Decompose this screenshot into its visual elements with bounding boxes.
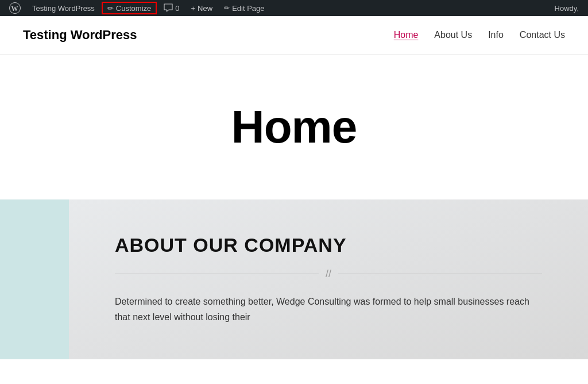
about-divider: // <box>115 268 542 280</box>
customize-label: Customize <box>116 4 151 13</box>
site-name-label: Testing WordPress <box>32 4 95 13</box>
new-label: New <box>198 4 212 13</box>
hero-section: Home <box>0 55 588 199</box>
howdy-label: Howdy, <box>555 4 579 13</box>
comments-count: 0 <box>175 4 179 13</box>
new-button[interactable]: + New <box>187 0 218 16</box>
admin-bar: W Testing WordPress ✏ Customize 0 + New … <box>0 0 588 16</box>
edit-icon: ✏ <box>224 4 230 12</box>
about-section: ABOUT OUR COMPANY // Determined to creat… <box>0 199 588 359</box>
nav-link-contact[interactable]: Contact Us <box>520 30 565 40</box>
nav-item-info[interactable]: Info <box>488 30 504 40</box>
nav-item-contact[interactable]: Contact Us <box>520 30 565 40</box>
nav-link-info[interactable]: Info <box>488 30 504 40</box>
nav-link-home[interactable]: Home <box>394 30 419 40</box>
about-body-text: Determined to create something better, W… <box>115 294 542 325</box>
about-heading: ABOUT OUR COMPANY <box>115 234 542 256</box>
pencil-icon: ✏ <box>107 4 114 13</box>
wp-logo-icon[interactable]: W <box>5 2 25 14</box>
main-nav: Home About Us Info Contact Us <box>394 30 565 40</box>
hero-title: Home <box>231 101 357 153</box>
edit-page-label: Edit Page <box>232 4 264 13</box>
site-header: Testing WordPress Home About Us Info Con… <box>0 16 588 55</box>
divider-symbol: // <box>326 268 331 280</box>
edit-page-button[interactable]: ✏ Edit Page <box>219 0 269 16</box>
nav-menu: Home About Us Info Contact Us <box>394 30 565 40</box>
comments-button[interactable]: 0 <box>159 3 184 13</box>
about-main-content: ABOUT OUR COMPANY // Determined to creat… <box>69 199 588 359</box>
nav-item-home[interactable]: Home <box>394 30 419 40</box>
teal-sidebar-decoration <box>0 199 69 359</box>
site-title[interactable]: Testing WordPress <box>23 28 137 43</box>
divider-line-left <box>115 274 319 274</box>
svg-text:W: W <box>11 5 18 13</box>
comment-icon <box>164 3 173 13</box>
site-name-admin[interactable]: Testing WordPress <box>28 0 99 16</box>
about-wrapper: ABOUT OUR COMPANY // Determined to creat… <box>0 199 588 359</box>
customize-button[interactable]: ✏ Customize <box>102 2 157 14</box>
howdy-greeting: Howdy, <box>550 4 583 13</box>
nav-item-about[interactable]: About Us <box>434 30 472 40</box>
divider-line-right <box>338 274 542 274</box>
nav-link-about[interactable]: About Us <box>434 30 472 40</box>
plus-icon: + <box>191 4 196 13</box>
